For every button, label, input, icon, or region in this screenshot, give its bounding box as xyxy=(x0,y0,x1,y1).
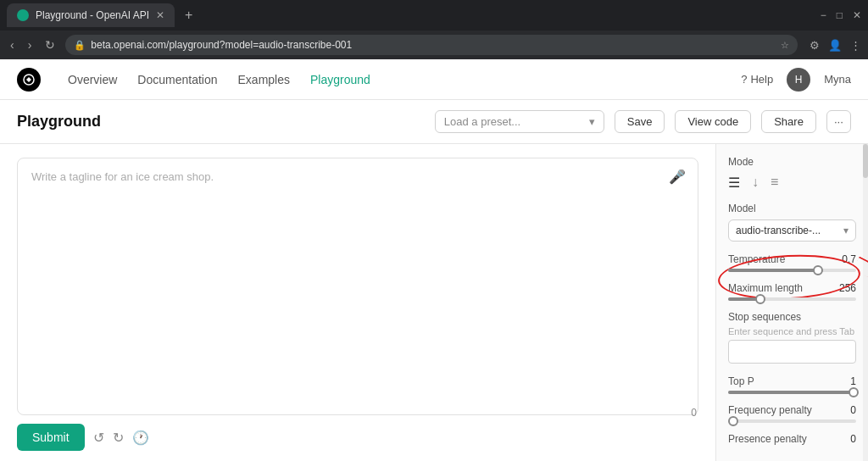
temperature-thumb xyxy=(813,265,823,275)
back-button[interactable]: ‹ xyxy=(7,38,18,52)
stop-sequences-hint: Enter sequence and press Tab xyxy=(728,326,856,336)
main-layout: Write a tagline for an ice cream shop. 🎤… xyxy=(0,144,868,461)
top-p-value: 1 xyxy=(850,375,856,387)
chevron-down-icon: ▾ xyxy=(589,115,595,128)
profile-icon[interactable]: 👤 xyxy=(828,39,842,52)
user-name: Myna xyxy=(824,73,851,86)
model-section-label: Model xyxy=(728,203,856,214)
presence-penalty-label: Presence penalty xyxy=(728,433,807,445)
char-count: 0 xyxy=(691,407,697,419)
share-button[interactable]: Share xyxy=(761,110,816,133)
freq-penalty-thumb xyxy=(728,416,738,426)
forward-button[interactable]: › xyxy=(25,38,36,52)
top-p-thumb xyxy=(849,387,859,397)
mode-icons: ☰ ↓ ≡ xyxy=(728,175,856,191)
temperature-fill xyxy=(728,269,818,272)
bottom-bar: Submit ↺ ↻ 🕐 xyxy=(17,415,698,451)
top-p-fill xyxy=(728,391,854,394)
address-bar-row: ‹ › ↻ 🔒 beta.openai.com/playground?model… xyxy=(0,31,868,59)
lock-icon: 🔒 xyxy=(74,40,86,51)
extensions-icon[interactable]: ⚙ xyxy=(810,39,820,52)
model-chevron-icon: ▾ xyxy=(843,225,849,236)
max-length-row: Maximum length 256 xyxy=(728,282,856,294)
help-label: Help xyxy=(750,73,773,86)
app-nav: Overview Documentation Examples Playgrou… xyxy=(0,59,868,100)
freq-penalty-label: Frequency penalty xyxy=(728,404,812,416)
temperature-slider[interactable] xyxy=(728,269,856,272)
window-minimize[interactable]: − xyxy=(821,9,826,21)
nav-playground[interactable]: Playground xyxy=(310,73,370,86)
browser-tab[interactable]: Playground - OpenAI API ✕ xyxy=(7,3,175,27)
menu-icon[interactable]: ⋮ xyxy=(850,39,861,52)
freq-penalty-slider[interactable] xyxy=(728,419,856,423)
playground-area: Write a tagline for an ice cream shop. 🎤… xyxy=(0,144,715,461)
page-title: Playground xyxy=(17,113,425,131)
preset-placeholder: Load a preset... xyxy=(444,115,520,128)
temperature-label: Temperature xyxy=(728,253,785,265)
right-panel: Mode ☰ ↓ ≡ Model audio-transcribe-... ▾ … xyxy=(715,144,868,461)
window-controls: − □ ✕ xyxy=(821,9,861,21)
preset-dropdown[interactable]: Load a preset... ▾ xyxy=(435,110,604,133)
textarea-placeholder: Write a tagline for an ice cream shop. xyxy=(31,170,214,183)
reload-button[interactable]: ↻ xyxy=(42,38,58,52)
mode-label: Mode xyxy=(728,156,856,168)
nav-overview[interactable]: Overview xyxy=(68,73,117,86)
top-p-label: Top P xyxy=(728,375,754,387)
address-bar[interactable]: 🔒 beta.openai.com/playground?model=audio… xyxy=(65,35,798,55)
save-button[interactable]: Save xyxy=(615,110,665,133)
help-circle-icon: ? xyxy=(741,73,747,86)
help-button[interactable]: ? Help xyxy=(741,73,773,86)
browser-chrome: Playground - OpenAI API ✕ + − □ ✕ xyxy=(0,0,868,31)
microphone-icon[interactable]: 🎤 xyxy=(669,169,686,185)
app-logo xyxy=(17,68,41,92)
stop-sequences-label: Stop sequences xyxy=(728,311,856,323)
temperature-row: Temperature 0.7 xyxy=(728,253,856,265)
address-text: beta.openai.com/playground?model=audio-t… xyxy=(91,39,776,51)
chat-mode-icon[interactable]: ☰ xyxy=(728,175,740,191)
presence-penalty-row: Presence penalty 0 xyxy=(728,433,856,445)
tab-favicon xyxy=(17,9,29,21)
max-length-thumb xyxy=(755,294,765,304)
nav-examples[interactable]: Examples xyxy=(238,73,290,86)
tab-close-button[interactable]: ✕ xyxy=(156,9,164,21)
user-avatar[interactable]: H xyxy=(787,68,810,92)
window-close[interactable]: ✕ xyxy=(853,9,861,21)
scrollbar-thumb xyxy=(863,144,868,178)
address-icons: ☆ xyxy=(781,40,789,51)
nav-documentation[interactable]: Documentation xyxy=(137,73,217,86)
top-p-slider[interactable] xyxy=(728,391,856,394)
complete-mode-icon[interactable]: ↓ xyxy=(752,175,759,191)
submit-button[interactable]: Submit xyxy=(17,424,85,451)
top-p-row: Top P 1 xyxy=(728,375,856,387)
page-header: Playground Load a preset... ▾ Save View … xyxy=(0,100,868,144)
tab-title: Playground - OpenAI API xyxy=(36,9,149,21)
temperature-value: 0.7 xyxy=(842,253,856,265)
view-code-button[interactable]: View code xyxy=(675,110,751,133)
more-options-button[interactable]: ··· xyxy=(826,110,851,133)
nav-right: ? Help H Myna xyxy=(741,68,851,92)
redo-icon[interactable]: ↻ xyxy=(113,430,124,446)
max-length-label: Maximum length xyxy=(728,282,803,294)
model-name: audio-transcribe-... xyxy=(736,225,843,236)
avatar-initial: H xyxy=(795,74,803,86)
presence-penalty-value: 0 xyxy=(850,433,856,445)
new-tab-button[interactable]: + xyxy=(185,8,192,23)
toolbar-icons: ⚙ 👤 ⋮ xyxy=(810,39,861,52)
max-length-value: 256 xyxy=(839,282,856,294)
freq-penalty-row: Frequency penalty 0 xyxy=(728,404,856,416)
window-maximize[interactable]: □ xyxy=(837,9,843,21)
model-dropdown[interactable]: audio-transcribe-... ▾ xyxy=(728,219,856,242)
history-icon[interactable]: 🕐 xyxy=(132,430,149,446)
undo-icon[interactable]: ↺ xyxy=(93,430,104,446)
max-length-slider[interactable] xyxy=(728,297,856,301)
stop-sequences-input[interactable] xyxy=(728,340,856,364)
edit-mode-icon[interactable]: ≡ xyxy=(771,175,778,191)
freq-penalty-value: 0 xyxy=(850,404,856,416)
prompt-textarea[interactable]: Write a tagline for an ice cream shop. 🎤 xyxy=(17,158,698,415)
bookmark-icon[interactable]: ☆ xyxy=(781,40,789,51)
scrollbar[interactable] xyxy=(863,144,868,461)
